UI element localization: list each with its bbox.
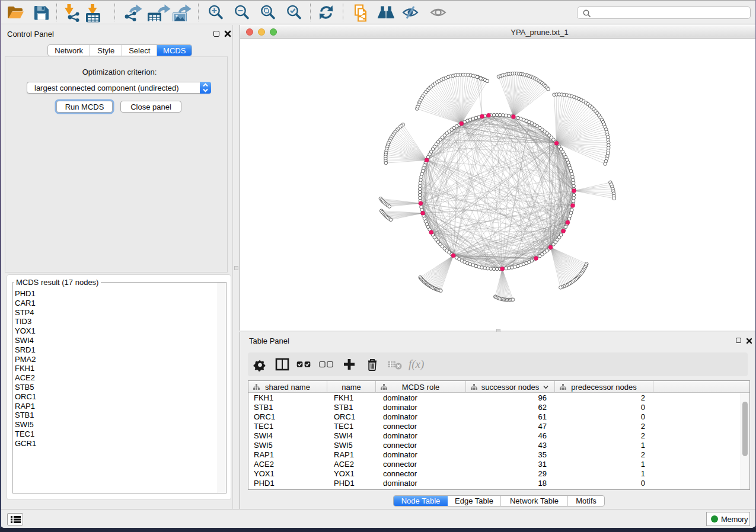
svg-text:f(x): f(x) <box>409 358 424 371</box>
